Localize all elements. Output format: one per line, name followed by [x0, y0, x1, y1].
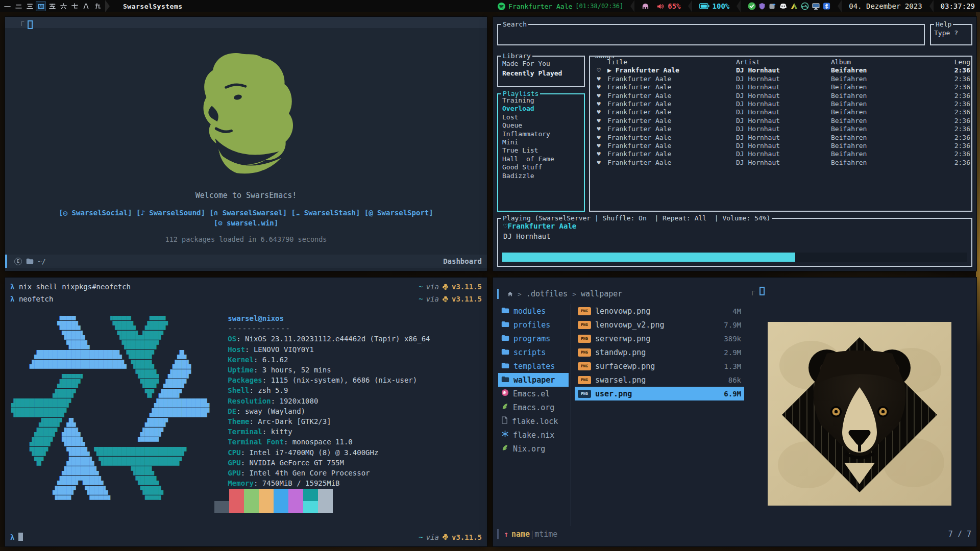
favorite-heart-icon[interactable]: ♥	[590, 142, 607, 150]
modeline-buffer-name: Dashboard	[443, 257, 482, 265]
song-row[interactable]: ♥Frankfurter AaleDJ HornhautBeifahren2:3…	[590, 134, 971, 142]
sidebar-item-flake.nix[interactable]: flake.nix	[498, 428, 569, 442]
workspace-2[interactable]	[13, 1, 23, 11]
battery-widget[interactable]: 100%	[699, 2, 730, 10]
bluetooth-icon[interactable]	[823, 2, 830, 10]
check-icon[interactable]	[748, 2, 756, 10]
playlist-item[interactable]: Overload	[498, 105, 584, 113]
dashboard-button-swarselstash[interactable]: [☁ SwarselStash]	[291, 209, 360, 217]
workspace-glyph-六	[60, 3, 67, 10]
separator	[737, 0, 741, 12]
bridge-icon[interactable]	[642, 3, 649, 10]
song-row[interactable]: ♥Frankfurter AaleDJ HornhautBeifahren2:3…	[590, 75, 971, 83]
song-row[interactable]: ♥Frankfurter AaleDJ HornhautBeifahren2:3…	[590, 159, 971, 167]
favorite-heart-icon[interactable]: ♡	[590, 66, 607, 74]
sidebar-item-scripts[interactable]: scripts	[498, 345, 569, 359]
swarsel-win-button[interactable]: [⚙ swarsel.win]	[5, 219, 487, 227]
favorite-heart-icon[interactable]: ♥	[590, 83, 607, 91]
dashboard-button-swarselsound[interactable]: [♪ SwarselSound]	[136, 209, 205, 217]
discord-icon[interactable]	[779, 2, 788, 10]
sidebar-item-wallpaper[interactable]: wallpaper	[498, 373, 569, 387]
sidebar-item-modules[interactable]: modules	[498, 304, 569, 318]
sidebar-item-profiles[interactable]: profiles	[498, 318, 569, 332]
clock-date[interactable]: 04. Dezember 2023	[849, 2, 922, 10]
favorite-heart-icon[interactable]: ♥	[590, 100, 607, 108]
playlist-item[interactable]: Inflammatory	[498, 130, 584, 138]
song-row[interactable]: ♥Frankfurter AaleDJ HornhautBeifahren2:3…	[590, 83, 971, 91]
playlist-item[interactable]: Good Stuff	[498, 163, 584, 171]
sidebar-item-flake.lock[interactable]: flake.lock	[498, 414, 569, 428]
file-entry-surfacewp.png[interactable]: PNGsurfacewp.png1.3M	[575, 359, 744, 373]
favorite-heart-icon[interactable]: ♥	[590, 134, 607, 142]
song-row[interactable]: ♥Frankfurter AaleDJ HornhautBeifahren2:3…	[590, 108, 971, 116]
sidebar-item-nix.org[interactable]: Nix.org	[498, 442, 569, 456]
workspace-6[interactable]	[58, 1, 68, 11]
file-entry-swarsel.png[interactable]: PNGswarsel.png86k	[575, 373, 744, 387]
connect-icon[interactable]	[768, 2, 776, 10]
song-row[interactable]: ♥Frankfurter AaleDJ HornhautBeifahren2:3…	[590, 117, 971, 125]
favorite-heart-icon[interactable]: ♥	[590, 117, 607, 125]
favorite-heart-icon[interactable]: ♥	[590, 150, 607, 158]
progress-bar[interactable]	[502, 253, 967, 262]
shield-icon[interactable]	[758, 2, 766, 10]
now-playing-widget[interactable]: Frankfurter Aale [01:38/02:36]	[498, 3, 623, 10]
sidebar-item-templates[interactable]: templates	[498, 359, 569, 373]
volume-widget[interactable]: 65%	[656, 2, 680, 10]
sidebar-item-emacs.org[interactable]: Emacs.org	[498, 400, 569, 414]
song-row[interactable]: ♥Frankfurter AaleDJ HornhautBeifahren2:3…	[590, 100, 971, 108]
song-album: Beifahren	[831, 134, 935, 142]
tent-icon[interactable]	[790, 2, 798, 10]
workspace-4[interactable]	[36, 1, 46, 11]
sort-key[interactable]: name	[511, 530, 530, 539]
playlist-item[interactable]: Hall of Fame	[498, 155, 584, 163]
folder-icon	[26, 258, 34, 264]
playlist-item[interactable]: Lost	[498, 113, 584, 121]
file-entry-standwp.png[interactable]: PNGstandwp.png2.9M	[575, 345, 744, 359]
breadcrumb-segment[interactable]: .dotfiles	[526, 289, 568, 298]
breadcrumb-segment[interactable]: wallpaper	[581, 289, 622, 298]
playlist-item[interactable]: Training	[498, 96, 584, 105]
favorite-heart-icon[interactable]: ♥	[590, 92, 607, 100]
dashboard-button-swarselsport[interactable]: [@ SwarselSport]	[364, 209, 433, 217]
file-entry-serverwp.png[interactable]: PNGserverwp.png389k	[575, 332, 744, 345]
song-row[interactable]: ♥Frankfurter AaleDJ HornhautBeifahren2:3…	[590, 92, 971, 100]
display-icon[interactable]	[812, 2, 820, 10]
playlist-item[interactable]: Badizzle	[498, 172, 584, 180]
workspace-5[interactable]	[47, 1, 57, 11]
song-row[interactable]: ♡▶ Frankfurter AaleDJ HornhautBeifahren2…	[590, 66, 971, 74]
favorite-heart-icon[interactable]: ♥	[590, 108, 607, 116]
org-icon	[501, 403, 509, 412]
favorite-heart-icon[interactable]: ♥	[590, 125, 607, 133]
playlist-item[interactable]: Queue	[498, 121, 584, 130]
file-entry-lenovowp_v2.png[interactable]: PNGlenovowp_v2.png7.9M	[575, 318, 744, 332]
workspace-1[interactable]	[2, 1, 12, 11]
file-entry-lenovowp.png[interactable]: PNGlenovowp.png4M	[575, 304, 744, 318]
dashboard-button-swarselsocial[interactable]: [◎ SwarselSocial]	[59, 209, 132, 217]
playlist-item[interactable]: True List	[498, 146, 584, 155]
dashboard-button-swarselswarsel[interactable]: [∩ SwarselSwarsel]	[209, 209, 287, 217]
song-album: Beifahren	[831, 108, 935, 116]
sidebar-item-emacs.el[interactable]: Emacs.el	[498, 387, 569, 400]
favorite-heart-icon[interactable]: ♥	[590, 75, 607, 83]
sort-alt-key[interactable]: mtime	[534, 530, 557, 539]
workspace-3[interactable]	[24, 1, 35, 11]
library-item[interactable]: Made For You	[498, 59, 584, 68]
sort-direction-icon[interactable]: ↑	[504, 530, 508, 539]
file-entry-user.png[interactable]: PNGuser.png6.9M	[575, 387, 744, 400]
favorite-heart-icon[interactable]: ♥	[590, 159, 607, 167]
song-length: 2:36	[935, 125, 971, 133]
now-playing-time: [01:38/02:36]	[575, 3, 623, 10]
song-row[interactable]: ♥Frankfurter AaleDJ HornhautBeifahren2:3…	[590, 125, 971, 133]
sidebar-item-programs[interactable]: programs	[498, 332, 569, 345]
syncthing-icon[interactable]	[801, 2, 809, 10]
search-box[interactable]: Search	[497, 24, 925, 45]
library-item[interactable]: Recently Played	[498, 68, 584, 78]
song-row[interactable]: ♥Frankfurter AaleDJ HornhautBeifahren2:3…	[590, 142, 971, 150]
workspace-9[interactable]	[92, 1, 102, 11]
terminal-window[interactable]: λ nix shell nixpkgs#neofetch~viav3.11.5λ…	[5, 278, 487, 546]
song-row[interactable]: ♥Frankfurter AaleDJ HornhautBeifahren2:3…	[590, 150, 971, 158]
clock-time[interactable]: 03:37:29	[941, 2, 975, 10]
playlist-item[interactable]: Mini	[498, 138, 584, 146]
workspace-8[interactable]	[81, 1, 91, 11]
workspace-7[interactable]	[69, 1, 80, 11]
